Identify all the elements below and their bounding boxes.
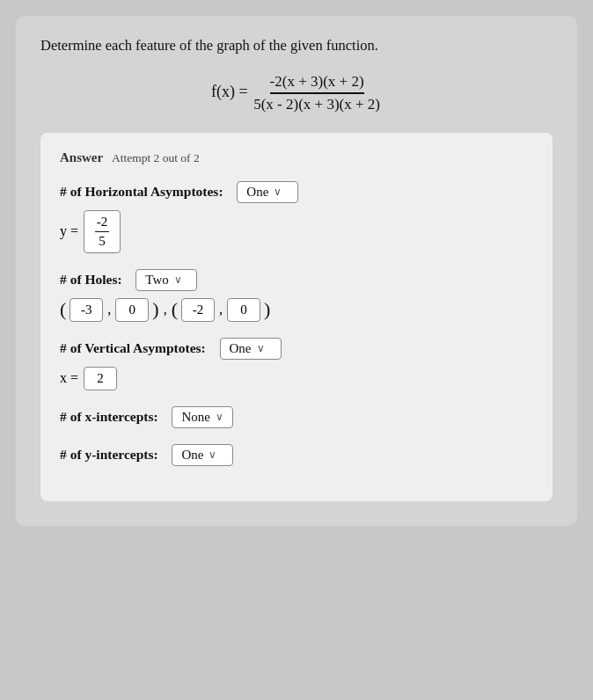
attempt-label: Attempt 2 out of 2 xyxy=(112,151,200,164)
function-display: f(x) = -2(x + 3)(x + 2) 5(x - 2)(x + 3)(… xyxy=(40,73,553,113)
y-intercepts-section: # of y-intercepts: One ∨ xyxy=(60,444,533,466)
comma-3: , xyxy=(219,302,223,317)
close-paren-2: ) xyxy=(264,300,270,319)
denominator: 5(x - 2)(x + 3)(x + 2) xyxy=(253,94,380,113)
holes-label: # of Holes: Two ∨ xyxy=(60,269,533,291)
hole2-x-input[interactable]: -2 xyxy=(181,298,215,322)
chevron-down-icon: ∨ xyxy=(174,273,182,287)
frac-denominator: 5 xyxy=(95,232,109,249)
chevron-down-icon: ∨ xyxy=(216,411,223,424)
x-intercepts-section: # of x-intercepts: None ∨ xyxy=(60,406,533,428)
vertical-asymptotes-label: # of Vertical Asymptotes: One ∨ xyxy=(60,338,533,360)
y-intercepts-value: One xyxy=(181,448,203,463)
chevron-down-icon: ∨ xyxy=(209,448,216,462)
answer-label: Answer xyxy=(60,150,103,164)
hole1-y-input[interactable]: 0 xyxy=(115,298,149,322)
outer-card: Determine each feature of the graph of t… xyxy=(16,16,577,526)
vertical-asymptotes-dropdown[interactable]: One ∨ xyxy=(220,338,282,360)
x-intercepts-dropdown[interactable]: None ∨ xyxy=(172,406,233,428)
x-equals-label: x = xyxy=(60,370,78,386)
y-intercepts-dropdown[interactable]: One ∨ xyxy=(172,444,233,466)
x-intercepts-value: None xyxy=(181,410,210,425)
horizontal-asymptotes-section: # of Horizontal Asymptotes: One ∨ y = -2… xyxy=(60,181,533,253)
chevron-down-icon: ∨ xyxy=(257,342,265,355)
hole2-y-input[interactable]: 0 xyxy=(227,298,260,322)
horizontal-asymptotes-fraction[interactable]: -2 5 xyxy=(84,210,121,253)
comma-2: , xyxy=(164,302,167,317)
vertical-asymptotes-value: One xyxy=(230,341,252,356)
hole1-x-input[interactable]: -3 xyxy=(70,298,103,322)
inner-card: Answer Attempt 2 out of 2 # of Horizonta… xyxy=(40,133,553,501)
open-paren-1: ( xyxy=(60,300,66,319)
close-paren-1: ) xyxy=(152,300,158,319)
function-label: f(x) = xyxy=(211,83,248,100)
holes-section: # of Holes: Two ∨ ( -3 , 0 ) , ( xyxy=(60,269,533,322)
y-intercepts-label: # of y-intercepts: One ∨ xyxy=(60,444,533,466)
open-paren-2: ( xyxy=(172,300,178,319)
comma-1: , xyxy=(107,302,111,317)
function-fraction: -2(x + 3)(x + 2) 5(x - 2)(x + 3)(x + 2) xyxy=(253,73,380,113)
numerator: -2(x + 3)(x + 2) xyxy=(270,73,364,94)
vertical-asymptotes-value-row: x = 2 xyxy=(60,367,533,390)
horizontal-asymptotes-value: One xyxy=(246,185,268,200)
frac-numerator: -2 xyxy=(95,215,109,232)
y-equals-label: y = xyxy=(60,223,78,239)
x-intercepts-label: # of x-intercepts: None ∨ xyxy=(60,406,533,428)
answer-header: Answer Attempt 2 out of 2 xyxy=(60,150,533,165)
vertical-asymptotes-section: # of Vertical Asymptotes: One ∨ x = 2 xyxy=(60,338,533,390)
horizontal-asymptotes-value-row: y = -2 5 xyxy=(60,210,533,253)
vertical-asymptote-x-input[interactable]: 2 xyxy=(84,367,117,390)
horizontal-asymptotes-label: # of Horizontal Asymptotes: One ∨ xyxy=(60,181,533,203)
problem-title: Determine each feature of the graph of t… xyxy=(40,35,553,57)
holes-value-row: ( -3 , 0 ) , ( -2 , 0 ) xyxy=(60,298,533,322)
horizontal-asymptotes-dropdown[interactable]: One ∨ xyxy=(237,181,298,203)
holes-dropdown[interactable]: Two ∨ xyxy=(135,269,197,291)
chevron-down-icon: ∨ xyxy=(274,186,282,199)
holes-value: Two xyxy=(145,273,168,288)
